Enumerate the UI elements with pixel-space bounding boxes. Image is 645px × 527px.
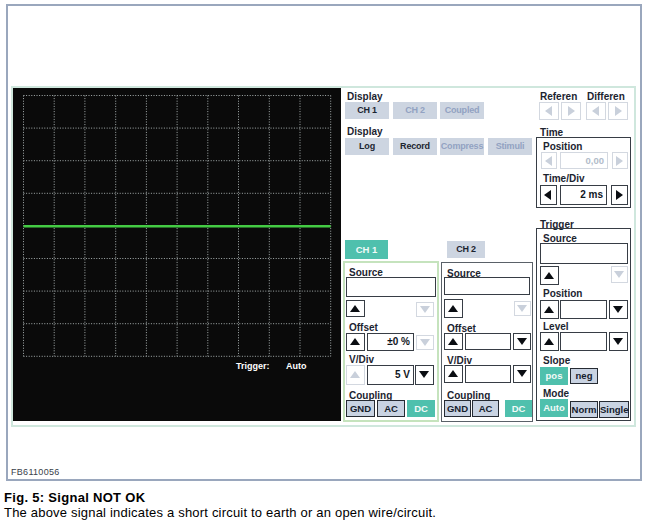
svg-text:Auto: Auto — [286, 361, 307, 371]
svg-text:Trigger:: Trigger: — [236, 361, 270, 371]
